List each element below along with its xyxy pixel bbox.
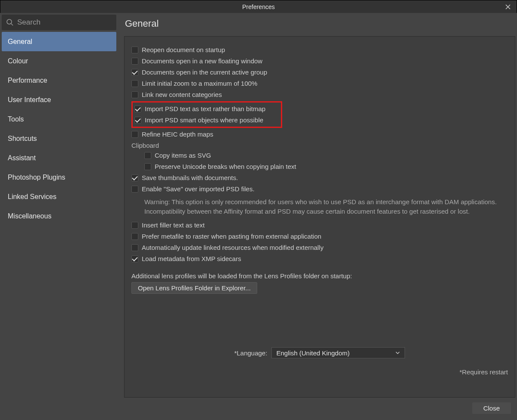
option-label: Reopen document on startup: [142, 45, 225, 55]
option-auto-update-linked[interactable]: Automatically update linked resources wh…: [131, 242, 508, 253]
option-label: Load metadata from XMP sidecars: [142, 254, 241, 264]
option-link-categories[interactable]: Link new content categories: [131, 89, 508, 100]
option-preserve-unicode[interactable]: Preserve Unicode breaks when copying pla…: [131, 161, 508, 172]
option-psd-text[interactable]: Import PSD text as text rather than bitm…: [134, 103, 279, 115]
option-active-group[interactable]: Documents open in the current active gro…: [131, 67, 508, 78]
page-title: General: [125, 18, 515, 29]
language-select[interactable]: English (United Kingdom): [271, 347, 405, 358]
option-save-over-psd[interactable]: Enable "Save" over imported PSD files.: [131, 184, 508, 195]
sidebar-item-assistant[interactable]: Assistant: [2, 148, 116, 168]
checkbox[interactable]: [131, 255, 138, 262]
option-copy-svg[interactable]: Copy items as SVG: [131, 150, 508, 161]
sidebar-item-miscellaneous[interactable]: Miscellaneous: [2, 206, 116, 226]
sidebar-item-photoshop-plugins[interactable]: Photoshop Plugins: [2, 168, 116, 187]
option-label: Documents open in the current active gro…: [142, 68, 267, 77]
sidebar-item-shortcuts[interactable]: Shortcuts: [2, 129, 116, 148]
option-label: Save thumbnails with documents.: [142, 173, 238, 183]
highlight-box: Import PSD text as text rather than bitm…: [131, 101, 282, 128]
checkbox[interactable]: [131, 186, 138, 193]
option-label: Preserve Unicode breaks when copying pla…: [155, 162, 296, 171]
svg-line-1: [11, 24, 13, 25]
language-value: English (United Kingdom): [276, 349, 349, 357]
window-title: Preferences: [242, 3, 274, 10]
checkbox[interactable]: [131, 131, 138, 138]
sidebar-item-performance[interactable]: Performance: [2, 71, 116, 90]
checkbox[interactable]: [131, 80, 138, 87]
settings-panel: Reopen document on startup Documents ope…: [124, 36, 515, 398]
checkbox[interactable]: [131, 233, 138, 240]
option-reopen-document[interactable]: Reopen document on startup: [131, 44, 508, 56]
option-floating-window[interactable]: Documents open in a new floating window: [131, 56, 508, 67]
option-load-xmp[interactable]: Load metadata from XMP sidecars: [131, 253, 508, 264]
option-label: Import PSD smart objects where possible: [145, 115, 263, 125]
option-save-thumbnails[interactable]: Save thumbnails with documents.: [131, 172, 508, 184]
checkbox[interactable]: [131, 91, 138, 98]
option-label: Limit initial zoom to a maximum of 100%: [142, 79, 257, 88]
checkbox[interactable]: [131, 222, 138, 229]
save-over-psd-warning: Warning: This option is only recommended…: [131, 195, 508, 220]
checkbox[interactable]: [131, 58, 138, 65]
checkbox[interactable]: [144, 163, 151, 170]
sidebar-item-colour[interactable]: Colour: [2, 51, 116, 71]
main-area: General Reopen document on startup Docum…: [116, 15, 515, 418]
requires-restart-note: *Requires restart: [459, 368, 508, 376]
window-close-button[interactable]: [499, 0, 517, 13]
option-label: Refine HEIC depth maps: [142, 130, 213, 139]
option-label: Enable "Save" over imported PSD files.: [142, 184, 255, 194]
checkbox[interactable]: [134, 117, 141, 124]
chevron-down-icon: [395, 350, 400, 355]
svg-point-0: [7, 19, 12, 24]
option-filler-text[interactable]: Insert filler text as text: [131, 220, 508, 231]
search-input[interactable]: [17, 18, 112, 27]
option-refine-heic[interactable]: Refine HEIC depth maps: [131, 129, 508, 140]
checkbox[interactable]: [131, 174, 138, 181]
lens-profiles-info: Additional lens profiles will be loaded …: [131, 272, 508, 280]
sidebar-item-general[interactable]: General: [2, 32, 116, 51]
option-label: Copy items as SVG: [155, 151, 211, 160]
sidebar-item-tools[interactable]: Tools: [2, 109, 116, 129]
checkbox[interactable]: [144, 152, 151, 159]
option-label: Automatically update linked resources wh…: [142, 243, 324, 252]
sidebar: General Colour Performance User Interfac…: [2, 15, 116, 418]
option-prefer-metafile[interactable]: Prefer metafile to raster when pasting f…: [131, 231, 508, 242]
checkbox[interactable]: [131, 69, 138, 76]
close-button[interactable]: Close: [472, 402, 511, 414]
checkbox[interactable]: [134, 106, 141, 112]
search-box[interactable]: [2, 15, 116, 30]
language-label: *Language:: [234, 349, 268, 357]
option-limit-zoom[interactable]: Limit initial zoom to a maximum of 100%: [131, 78, 508, 89]
checkbox[interactable]: [131, 47, 138, 53]
option-label: Insert filler text as text: [142, 221, 205, 230]
search-icon: [6, 19, 14, 26]
checkbox[interactable]: [131, 244, 138, 251]
sidebar-nav: General Colour Performance User Interfac…: [2, 32, 116, 226]
sidebar-item-linked-services[interactable]: Linked Services: [2, 187, 116, 206]
sidebar-item-user-interface[interactable]: User Interface: [2, 90, 116, 109]
option-label: Documents open in a new floating window: [142, 56, 262, 66]
option-label: Link new content categories: [142, 90, 222, 100]
option-psd-smart[interactable]: Import PSD smart objects where possible: [134, 115, 279, 126]
option-label: Prefer metafile to raster when pasting f…: [142, 232, 321, 241]
titlebar: Preferences: [0, 0, 517, 13]
clipboard-group-label: Clipboard: [131, 140, 508, 150]
language-row: *Language: English (United Kingdom): [125, 347, 515, 358]
footer: Close: [124, 398, 515, 418]
open-lens-profiles-button[interactable]: Open Lens Profiles Folder in Explorer...: [131, 282, 257, 294]
option-label: Import PSD text as text rather than bitm…: [145, 104, 265, 114]
